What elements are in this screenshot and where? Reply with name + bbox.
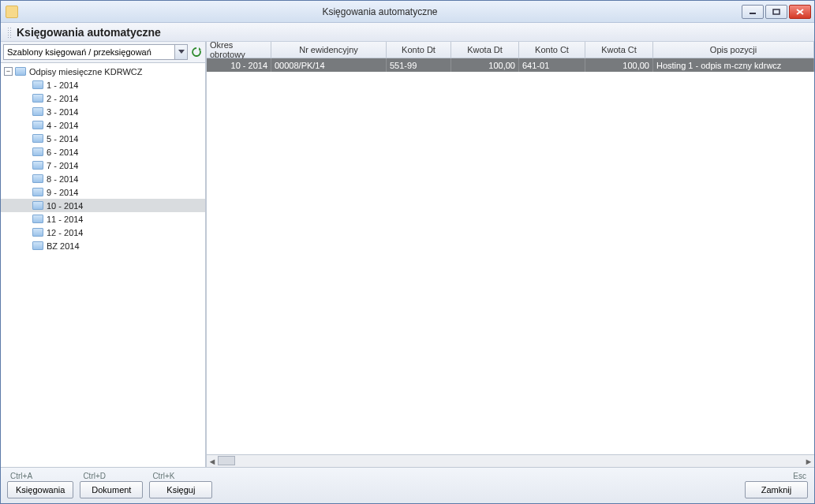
maximize-button[interactable] bbox=[765, 5, 787, 19]
cell-opis: Hosting 1 - odpis m-czny kdrwcz bbox=[653, 58, 814, 72]
col-opis[interactable]: Opis pozycji bbox=[653, 42, 814, 58]
shortcut-label: Ctrl+A bbox=[7, 472, 32, 480]
cell-okres: 10 - 2014 bbox=[207, 58, 271, 72]
col-okres[interactable]: Okres obrotowy bbox=[207, 42, 271, 58]
shortcut-label: Ctrl+K bbox=[149, 472, 174, 480]
tree-item-label: 1 - 2014 bbox=[47, 80, 78, 90]
periods-tree[interactable]: − Odpisy miesięczne KDRWCZ 1 - 20142 - 2… bbox=[1, 63, 205, 467]
dropdown-button[interactable] bbox=[174, 45, 187, 59]
scroll-left-arrow-icon[interactable]: ◄ bbox=[207, 456, 218, 467]
tree-item-label: BZ 2014 bbox=[47, 241, 80, 251]
shortcut-label: Ctrl+D bbox=[80, 472, 106, 480]
footer-group-ksiegowania: Ctrl+A Księgowania bbox=[7, 472, 73, 498]
tree-item[interactable]: 10 - 2014 bbox=[1, 199, 205, 212]
window-controls bbox=[742, 5, 811, 19]
folder-icon bbox=[32, 134, 43, 143]
refresh-button[interactable] bbox=[190, 46, 203, 58]
titlebar[interactable]: Księgowania automatyczne bbox=[1, 1, 814, 23]
tree-item[interactable]: 5 - 2014 bbox=[1, 132, 205, 145]
scroll-thumb[interactable] bbox=[218, 456, 235, 465]
folder-icon bbox=[32, 174, 43, 183]
template-select-input[interactable] bbox=[4, 46, 174, 58]
close-button[interactable] bbox=[789, 5, 811, 19]
cell-konto-dt: 551-99 bbox=[387, 58, 451, 72]
maximize-icon bbox=[772, 9, 780, 15]
svg-marker-4 bbox=[178, 50, 185, 54]
tree-item-label: 11 - 2014 bbox=[47, 215, 83, 224]
col-konto-dt[interactable]: Konto Dt bbox=[387, 42, 451, 58]
scroll-right-arrow-icon[interactable]: ► bbox=[803, 456, 814, 467]
folder-icon bbox=[15, 67, 26, 76]
app-window: Księgowania automatyczne Księgowania aut… bbox=[0, 0, 815, 504]
folder-icon bbox=[32, 107, 43, 116]
tree-item-label: 6 - 2014 bbox=[47, 147, 78, 157]
cell-nr: 00008/PK/14 bbox=[271, 58, 387, 72]
tree-item[interactable]: 12 - 2014 bbox=[1, 226, 205, 239]
tree-item-label: 4 - 2014 bbox=[47, 121, 78, 130]
tree-item[interactable]: 3 - 2014 bbox=[1, 105, 205, 118]
folder-icon bbox=[32, 147, 43, 156]
page-title: Księgowania automatyczne bbox=[17, 26, 161, 39]
footer-group-dokument: Ctrl+D Dokument bbox=[80, 472, 143, 498]
tree-item-label: 2 - 2014 bbox=[47, 94, 78, 103]
tree-collapse-icon[interactable]: − bbox=[4, 67, 13, 76]
minimize-icon bbox=[749, 9, 757, 15]
tree-root[interactable]: − Odpisy miesięczne KDRWCZ bbox=[1, 65, 205, 78]
col-kwota-ct[interactable]: Kwota Ct bbox=[585, 42, 653, 58]
refresh-icon bbox=[191, 47, 202, 58]
tree-item[interactable]: 9 - 2014 bbox=[1, 185, 205, 199]
tree-item[interactable]: 4 - 2014 bbox=[1, 118, 205, 132]
tree-item[interactable]: 11 - 2014 bbox=[1, 212, 205, 226]
table-row[interactable]: 10 - 201400008/PK/14551-99100,00641-0110… bbox=[207, 58, 814, 72]
dokument-button[interactable]: Dokument bbox=[80, 481, 143, 498]
folder-icon bbox=[32, 121, 43, 129]
col-kwota-dt[interactable]: Kwota Dt bbox=[451, 42, 519, 58]
tree-item-label: 3 - 2014 bbox=[47, 107, 78, 117]
app-icon bbox=[6, 6, 18, 18]
footer: Ctrl+A Księgowania Ctrl+D Dokument Ctrl+… bbox=[1, 467, 814, 503]
col-nr[interactable]: Nr ewidencyjny bbox=[271, 42, 387, 58]
template-select[interactable] bbox=[3, 44, 188, 60]
tree-item[interactable]: 7 - 2014 bbox=[1, 159, 205, 172]
close-icon bbox=[796, 9, 804, 15]
ksieguj-button[interactable]: Księguj bbox=[149, 481, 212, 498]
folder-icon bbox=[32, 228, 43, 237]
shortcut-label: Esc bbox=[793, 472, 808, 480]
header-strip: Księgowania automatyczne bbox=[1, 23, 814, 42]
horizontal-scrollbar[interactable]: ◄ ► bbox=[207, 454, 814, 467]
main-area: − Odpisy miesięczne KDRWCZ 1 - 20142 - 2… bbox=[1, 42, 814, 467]
folder-icon bbox=[32, 201, 43, 210]
template-select-row bbox=[1, 42, 205, 63]
cell-kwota-ct: 100,00 bbox=[585, 58, 653, 72]
tree-item[interactable]: BZ 2014 bbox=[1, 239, 205, 252]
zamknij-button[interactable]: Zamknij bbox=[745, 481, 808, 498]
minimize-button[interactable] bbox=[742, 5, 764, 19]
folder-icon bbox=[32, 241, 43, 250]
tree-item-label: 5 - 2014 bbox=[47, 134, 78, 144]
ksiegowania-button[interactable]: Księgowania bbox=[7, 481, 73, 498]
folder-icon bbox=[32, 215, 43, 223]
grid-body[interactable]: 10 - 201400008/PK/14551-99100,00641-0110… bbox=[207, 58, 814, 454]
grip-dots-icon bbox=[7, 27, 12, 38]
svg-rect-1 bbox=[773, 9, 779, 14]
tree-item[interactable]: 2 - 2014 bbox=[1, 91, 205, 105]
cell-konto-ct: 641-01 bbox=[519, 58, 585, 72]
grid-header: Okres obrotowy Nr ewidencyjny Konto Dt K… bbox=[207, 42, 814, 58]
col-konto-ct[interactable]: Konto Ct bbox=[519, 42, 585, 58]
folder-icon bbox=[32, 80, 43, 89]
tree-item[interactable]: 6 - 2014 bbox=[1, 145, 205, 159]
tree-root-label: Odpisy miesięczne KDRWCZ bbox=[29, 67, 142, 77]
tree-item[interactable]: 8 - 2014 bbox=[1, 172, 205, 185]
postings-grid: Okres obrotowy Nr ewidencyjny Konto Dt K… bbox=[206, 42, 814, 467]
tree-item-label: 10 - 2014 bbox=[47, 201, 83, 211]
footer-group-ksieguj: Ctrl+K Księguj bbox=[149, 472, 212, 498]
tree-item-label: 12 - 2014 bbox=[47, 228, 83, 237]
folder-icon bbox=[32, 188, 43, 196]
svg-marker-5 bbox=[199, 47, 201, 50]
cell-kwota-dt: 100,00 bbox=[451, 58, 519, 72]
folder-icon bbox=[32, 94, 43, 103]
tree-item-label: 9 - 2014 bbox=[47, 188, 78, 197]
tree-item-label: 8 - 2014 bbox=[47, 174, 78, 184]
tree-item[interactable]: 1 - 2014 bbox=[1, 78, 205, 91]
left-panel: − Odpisy miesięczne KDRWCZ 1 - 20142 - 2… bbox=[1, 42, 206, 467]
